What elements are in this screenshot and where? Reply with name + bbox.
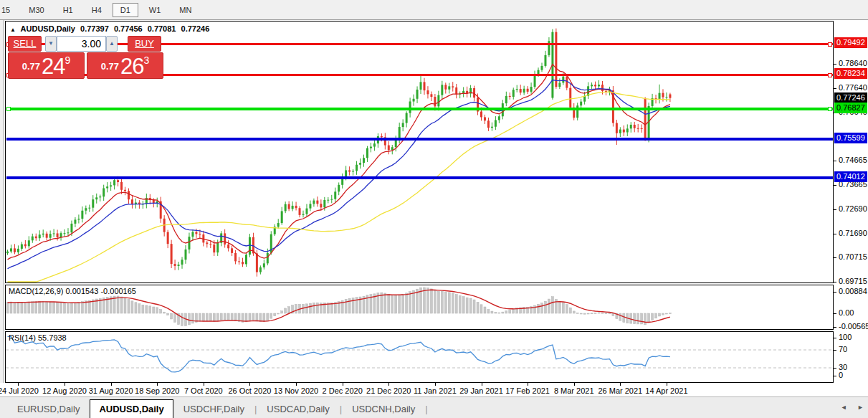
price-badge-support-level: 0.74012 [834, 171, 867, 182]
date-tick-label: 2 Dec 2020 [318, 386, 368, 395]
date-tick-mark [65, 383, 65, 386]
buy-button[interactable]: BUY [128, 36, 161, 52]
date-tick-label: 21 Dec 2020 [363, 386, 414, 395]
timeframe-button-15[interactable]: 15 [0, 3, 18, 17]
date-tick-label: 17 Feb 2021 [502, 386, 553, 395]
macd-tick-mark [834, 292, 836, 293]
tab-usdcad[interactable]: USDCAD,Daily [257, 400, 339, 418]
date-tick-label: 26 Mar 2021 [595, 386, 645, 395]
spinner-down-icon: ▼ [48, 40, 54, 47]
volume-decrease-button[interactable]: ▼ [45, 36, 57, 52]
date-tick-mark [296, 383, 297, 386]
rsi-tick-label: 100 [839, 333, 852, 341]
date-tick-mark [667, 383, 667, 386]
volume-increase-button[interactable]: ▲ [106, 36, 118, 52]
collapse-icon[interactable]: ▲ [10, 27, 16, 33]
price-tick-label: 0.69715 [839, 277, 867, 285]
rsi-chart[interactable] [6, 332, 833, 382]
date-tick-label: 8 Mar 2021 [549, 386, 599, 395]
level-endpoint-marker[interactable] [828, 73, 832, 77]
scroll-right-icon[interactable]: ► [857, 404, 864, 411]
macd-indicator-pane[interactable]: MACD(12,26,9) 0.001543 -0.000165 [5, 285, 834, 330]
date-tick-label: 11 Jan 2021 [410, 386, 460, 395]
date-tick-mark [18, 383, 19, 386]
date-tick-label: 7 Oct 2020 [178, 386, 229, 395]
price-tick-mark [834, 64, 836, 65]
tab-usdchf[interactable]: USDCHF,Daily [173, 400, 254, 418]
level-endpoint-marker[interactable] [828, 42, 832, 47]
price-tick-label: 0.70715 [839, 252, 867, 261]
chart-title: ▲ AUDUSD,Daily 0.77397 0.77456 0.77081 0… [10, 24, 212, 33]
date-tick-label: 31 Aug 2020 [86, 386, 136, 395]
sell-button[interactable]: SELL [8, 36, 42, 52]
price-chart-pane[interactable]: ▲ AUDUSD,Daily 0.77397 0.77456 0.77081 0… [5, 21, 834, 283]
date-tick-label: 14 Apr 2021 [642, 386, 692, 395]
price-tick-mark [834, 234, 836, 234]
horizontal-level-line-0.76827[interactable] [6, 108, 833, 110]
ohlc-close: 0.77246 [181, 24, 210, 33]
timeframe-button-d1[interactable]: D1 [113, 3, 138, 17]
trading-terminal: 15M30H1H4D1W1MN ▲ AUDUSD,Daily 0.77397 0… [0, 0, 868, 418]
rsi-tick-mark [834, 350, 836, 351]
tab-scrollbar: ◄ ► [832, 404, 864, 411]
price-axis[interactable]: 0.786400.776400.766400.746650.736650.726… [834, 21, 868, 383]
level-endpoint-marker[interactable] [828, 107, 832, 111]
sell-price-display[interactable]: 0.77249 [8, 52, 85, 79]
price-tick-mark [834, 257, 836, 258]
price-tick-mark [834, 185, 836, 186]
price-badge-resistance-level: 0.79492 [834, 37, 867, 48]
horizontal-level-line-0.74012[interactable] [6, 176, 833, 179]
price-badge-support-level: 0.75599 [834, 133, 867, 143]
timeframe-button-h1[interactable]: H1 [55, 3, 81, 17]
date-tick-label: 24 Jul 2020 [0, 386, 43, 395]
date-tick-label: 12 Aug 2020 [39, 386, 90, 395]
timeframe-button-w1[interactable]: W1 [141, 3, 169, 17]
rsi-tick-label: 0 [839, 371, 843, 379]
timeframe-button-m30[interactable]: M30 [21, 3, 52, 17]
price-badge-current-price: 0.77246 [834, 92, 867, 103]
price-tick-mark [834, 88, 836, 89]
date-tick-mark [111, 383, 112, 386]
rsi-indicator-pane[interactable]: RSI(14) 55.7938 [5, 331, 834, 383]
timeframe-button-h4[interactable]: H4 [84, 3, 110, 17]
rsi-tick-mark [834, 338, 836, 338]
time-axis[interactable]: 24 Jul 202012 Aug 202031 Aug 202018 Sep … [0, 383, 834, 396]
rsi-tick-mark [834, 368, 836, 369]
macd-tick-label: 0.00884 [839, 287, 867, 295]
tab-eurusd[interactable]: EURUSD,Daily [7, 400, 90, 418]
macd-tick-label: 0.00 [839, 308, 854, 317]
scroll-left-icon[interactable]: ◄ [841, 404, 847, 411]
window-left-edge [0, 20, 4, 396]
macd-label: MACD(12,26,9) 0.001543 -0.000165 [9, 287, 136, 295]
rsi-tick-label: 70 [839, 345, 847, 353]
macd-values: 0.001543 -0.000165 [65, 287, 135, 295]
horizontal-level-line-0.75599[interactable] [6, 138, 833, 141]
rsi-tick-mark [834, 376, 836, 376]
timeframe-toolbar: 15M30H1H4D1W1MN [0, 0, 868, 20]
tab-separator: | [425, 404, 427, 418]
date-tick-mark [620, 383, 621, 386]
tab-audusd[interactable]: AUDUSD,Daily [90, 399, 173, 418]
date-tick-mark [157, 383, 158, 386]
date-tick-label: 26 Oct 2020 [224, 386, 275, 395]
chart-tabs: EURUSD,DailyAUDUSD,DailyUSDCHF,Daily|USD… [7, 399, 428, 418]
macd-tick-mark [834, 313, 836, 314]
price-tick-label: 0.74665 [839, 156, 867, 164]
buy-price-display[interactable]: 0.77263 [87, 52, 163, 79]
date-tick-mark [249, 383, 250, 386]
price-tick-label: 0.77640 [839, 83, 867, 92]
timeframe-button-mn[interactable]: MN [171, 3, 199, 17]
date-tick-mark [204, 383, 204, 386]
date-tick-label: 13 Nov 2020 [271, 386, 321, 395]
ohlc-low: 0.77081 [148, 24, 176, 33]
tab-usdcnh[interactable]: USDCNH,Daily [342, 400, 425, 418]
macd-tick-mark [834, 327, 836, 328]
chart-symbol: AUDUSD,Daily [21, 24, 75, 33]
date-tick-mark [482, 383, 482, 386]
level-endpoint-marker[interactable] [6, 107, 11, 111]
date-tick-mark [574, 383, 575, 386]
macd-tick-label: -0.005651 [839, 322, 868, 331]
chart-tab-bar: EURUSD,DailyAUDUSD,DailyUSDCHF,Daily|USD… [0, 396, 868, 418]
volume-input[interactable] [57, 36, 106, 52]
ohlc-open: 0.77397 [80, 24, 109, 33]
